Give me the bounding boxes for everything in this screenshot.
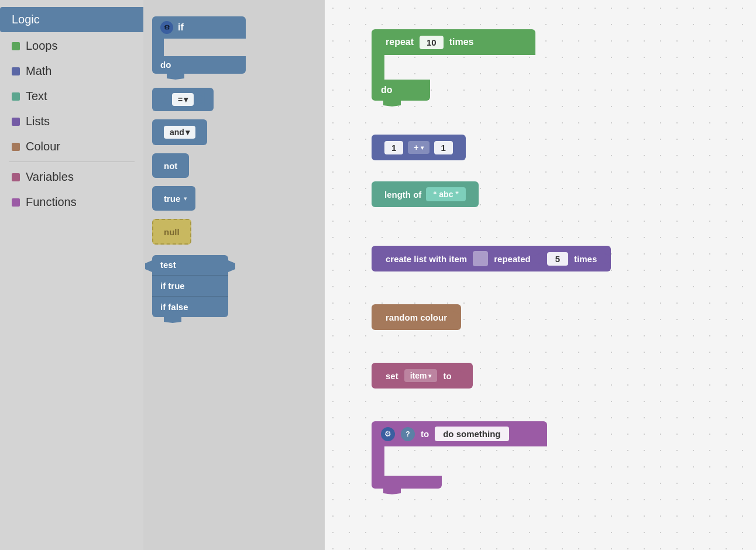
left-notch-and bbox=[152, 124, 160, 140]
right-notch-null bbox=[180, 224, 188, 239]
sidebar-item-text[interactable]: Text bbox=[0, 84, 143, 109]
svg-marker-17 bbox=[181, 160, 188, 171]
func-bottom-conn bbox=[372, 489, 442, 494]
blocks-column: ⚙ if do bbox=[143, 0, 325, 550]
colour-block[interactable]: random colour bbox=[372, 304, 461, 330]
svg-marker-12 bbox=[163, 94, 170, 105]
repeat-value[interactable]: 10 bbox=[420, 36, 444, 49]
sidebar-item-variables[interactable]: Variables bbox=[0, 164, 143, 190]
sidebar-item-logic[interactable]: Logic bbox=[0, 7, 143, 32]
text-length-label: length of bbox=[384, 190, 421, 200]
left-notch-math bbox=[372, 140, 380, 155]
bottom-connector bbox=[152, 74, 234, 80]
eq-dropdown[interactable]: = ▾ bbox=[172, 93, 194, 106]
math-op-arrow: ▾ bbox=[421, 145, 424, 151]
svg-marker-18 bbox=[153, 192, 160, 204]
and-arrow: ▾ bbox=[185, 128, 190, 137]
list-repeated-label: repeated bbox=[494, 254, 531, 264]
math-op: + bbox=[414, 143, 418, 152]
svg-marker-10 bbox=[239, 21, 246, 34]
math-color-dot bbox=[12, 67, 20, 75]
sidebar-text-label: Text bbox=[26, 90, 47, 103]
sidebar-separator bbox=[9, 161, 135, 162]
math-block[interactable]: 1 + ▾ 1 bbox=[372, 135, 466, 160]
right-notch-not bbox=[181, 158, 189, 173]
sidebar-item-math[interactable]: Math bbox=[0, 59, 143, 84]
svg-marker-29 bbox=[470, 188, 477, 200]
variables-color-dot bbox=[12, 173, 20, 181]
sidebar-colour-label: Colour bbox=[26, 140, 60, 153]
svg-marker-15 bbox=[199, 126, 206, 139]
func-name[interactable]: do something bbox=[435, 427, 508, 441]
repeat-label: repeat bbox=[386, 37, 414, 47]
func-question-icon: ? bbox=[401, 427, 415, 441]
sidebar-item-lists[interactable]: Lists bbox=[0, 109, 143, 134]
func-gear-icon: ⚙ bbox=[381, 427, 395, 441]
svg-marker-11 bbox=[167, 74, 184, 80]
repeat-block[interactable]: repeat 10 times do bbox=[372, 29, 535, 106]
right-notch-ternary bbox=[228, 259, 236, 274]
list-item-slot bbox=[473, 251, 488, 266]
svg-marker-35 bbox=[373, 370, 380, 381]
repeat-bottom-conn bbox=[372, 101, 430, 106]
if-false-label: if false bbox=[160, 302, 188, 312]
svg-marker-31 bbox=[534, 253, 541, 264]
sidebar-item-colour[interactable]: Colour bbox=[0, 134, 143, 159]
true-block[interactable]: true ▾ bbox=[152, 186, 316, 211]
and-dropdown[interactable]: and ▾ bbox=[164, 126, 195, 139]
svg-marker-30 bbox=[373, 253, 380, 264]
left-notch-list bbox=[372, 251, 380, 266]
workspace[interactable]: repeat 10 times do 1 bbox=[325, 0, 756, 550]
text-length-block[interactable]: length of ❝ abc ❞ bbox=[372, 181, 479, 207]
list-value[interactable]: 5 bbox=[547, 252, 568, 266]
sidebar: Logic Loops Math Text Lists Colour Varia… bbox=[0, 0, 143, 550]
math-val2[interactable]: 1 bbox=[434, 141, 453, 154]
svg-marker-14 bbox=[153, 126, 160, 139]
variable-block[interactable]: set item ▾ to bbox=[372, 363, 473, 389]
math-op-dropdown[interactable]: + ▾ bbox=[408, 141, 429, 154]
svg-marker-19 bbox=[157, 226, 164, 238]
equals-block[interactable]: = ▾ bbox=[152, 88, 316, 111]
svg-marker-23 bbox=[164, 317, 181, 323]
list-block[interactable]: create list with item repeated 5 times bbox=[372, 246, 611, 271]
func-to-label: to bbox=[421, 429, 429, 439]
sidebar-item-functions[interactable]: Functions bbox=[0, 190, 143, 215]
colour-label: random colour bbox=[386, 312, 447, 322]
svg-marker-34 bbox=[453, 311, 460, 323]
true-arrow[interactable]: ▾ bbox=[184, 195, 187, 202]
open-quote: ❝ bbox=[433, 191, 437, 198]
math-val1[interactable]: 1 bbox=[384, 141, 403, 154]
ternary-block[interactable]: test if true if false bbox=[152, 255, 316, 323]
left-notch-true bbox=[152, 191, 160, 206]
sidebar-math-label: Math bbox=[26, 64, 51, 78]
if-cblock[interactable]: ⚙ if do bbox=[152, 16, 316, 80]
right-notch-list bbox=[603, 251, 611, 266]
svg-marker-27 bbox=[458, 142, 465, 153]
bottom-conn-ternary bbox=[152, 317, 228, 323]
left-notch-eq bbox=[161, 92, 170, 106]
sidebar-functions-label: Functions bbox=[26, 195, 77, 209]
sidebar-item-loops[interactable]: Loops bbox=[0, 33, 143, 59]
svg-marker-13 bbox=[196, 94, 203, 105]
functions-color-dot bbox=[12, 198, 20, 207]
svg-marker-24 bbox=[373, 36, 380, 48]
null-block[interactable]: null bbox=[152, 219, 316, 245]
not-block[interactable]: not bbox=[152, 153, 316, 178]
text-value-box[interactable]: ❝ abc ❞ bbox=[426, 187, 466, 201]
sidebar-label: Logic bbox=[12, 13, 40, 26]
test-label: test bbox=[160, 260, 176, 270]
var-arrow: ▾ bbox=[428, 373, 431, 379]
function-block[interactable]: ⚙ ? to do something bbox=[372, 421, 547, 494]
var-name: item bbox=[410, 371, 427, 380]
to-label: to bbox=[443, 371, 451, 381]
var-name-dropdown[interactable]: item ▾ bbox=[404, 369, 438, 382]
gear-icon: ⚙ bbox=[160, 21, 173, 34]
right-notch-var bbox=[458, 368, 466, 383]
svg-marker-21 bbox=[145, 260, 152, 272]
svg-marker-33 bbox=[373, 311, 380, 323]
right-notch-math bbox=[458, 140, 466, 155]
right-notch-textlen bbox=[470, 187, 479, 202]
and-block[interactable]: and ▾ bbox=[152, 119, 316, 145]
list-label: create list with item bbox=[386, 254, 467, 264]
if-true-label: if true bbox=[160, 281, 185, 291]
